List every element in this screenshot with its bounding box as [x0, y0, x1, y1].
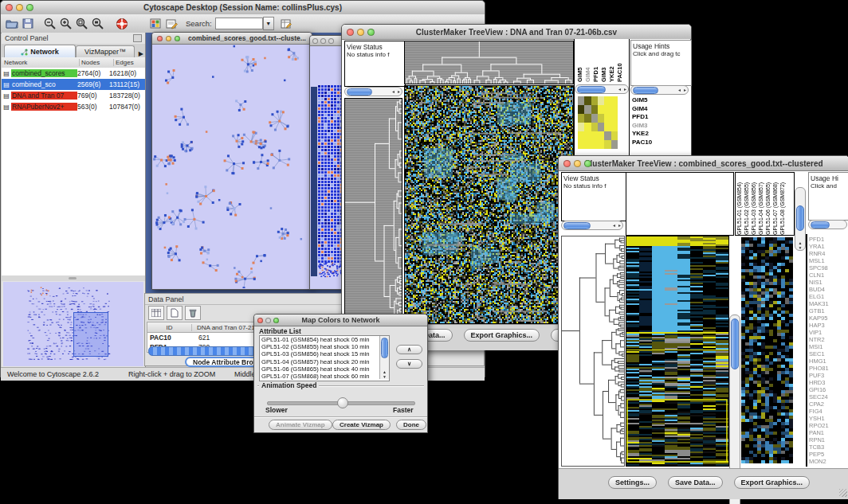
hidden-window-titlebar[interactable] [310, 36, 345, 46]
network-table-row[interactable]: ▤ DNA and Tran 07 769(0) 183728(0) [2, 90, 145, 101]
float-panel-icon[interactable] [133, 34, 142, 42]
gene-label[interactable]: HMG1 [809, 357, 847, 365]
tab-vizmapper[interactable]: VizMapper™ [76, 45, 135, 57]
open-file-icon[interactable] [4, 17, 20, 31]
attribute-item[interactable]: GPL51-01 (GSM854) heat shock 05 min [260, 336, 378, 343]
gene-label[interactable]: HRD3 [809, 379, 847, 386]
treeview1-titlebar[interactable]: ClusterMaker TreeView : DNA and Tran 07-… [342, 25, 691, 40]
gene-label[interactable]: SEC1 [809, 350, 847, 357]
close-icon[interactable] [6, 4, 13, 11]
gene-label[interactable]: GIM3 [632, 122, 686, 131]
column-network[interactable]: Network [2, 59, 80, 66]
tab-overflow-arrow-icon[interactable]: ▶ [139, 50, 143, 57]
animate-vizmap-button[interactable]: Animate Vizmap [269, 420, 332, 430]
tv1-zoom-scrollbar[interactable]: ◄► [575, 84, 629, 94]
attribute-list-scrollbar[interactable]: ▲▼ [379, 336, 389, 379]
tv1-heatmap[interactable] [404, 85, 574, 324]
tv2-hints-scrollbar[interactable] [808, 220, 847, 229]
column-nodes[interactable]: Nodes [80, 59, 114, 66]
gene-label[interactable]: GTB1 [809, 307, 847, 315]
gene-label[interactable]: MSI1 [809, 343, 847, 350]
close-icon[interactable] [157, 36, 163, 41]
gene-label[interactable]: YSH1 [809, 415, 847, 422]
gene-label[interactable]: GIM5 [632, 96, 686, 105]
gene-label[interactable]: PHO81 [809, 365, 847, 372]
gene-label[interactable]: GIM4 [632, 105, 686, 114]
gene-label[interactable]: YKE2 [632, 130, 686, 139]
close-icon[interactable] [257, 318, 263, 323]
zoom-window-icon[interactable] [26, 4, 33, 11]
gene-label[interactable]: FIG4 [809, 408, 847, 415]
gene-label[interactable]: VIP1 [809, 329, 847, 336]
gene-label[interactable]: RPO21 [809, 422, 847, 429]
minimize-icon[interactable] [166, 36, 171, 41]
gene-label[interactable]: SEC24 [809, 393, 847, 400]
vizmap-grid-icon[interactable] [147, 17, 163, 31]
gene-label[interactable]: HAP3 [809, 322, 847, 329]
gene-label[interactable]: PAC10 [632, 139, 686, 147]
gene-label[interactable]: TCB3 [809, 443, 847, 451]
gene-label[interactable]: CPA2 [809, 400, 847, 408]
done-button[interactable]: Done [396, 420, 426, 430]
network-canvas[interactable] [153, 45, 311, 288]
attribute-item[interactable]: GPL51-06 (GSM865) heat shock 40 min [260, 365, 378, 373]
treeview2-titlebar[interactable]: ClusterMaker TreeView : combined_scores_… [559, 156, 848, 171]
gene-label[interactable]: NIS1 [809, 279, 847, 286]
gene-label[interactable]: PAN1 [809, 429, 847, 436]
annotation-page-icon[interactable] [163, 17, 179, 31]
table-edit-icon[interactable] [279, 17, 295, 31]
network-table-row[interactable]: ▤ combined_scores 2764(0) 16218(0) [2, 68, 145, 79]
slider-thumb[interactable] [337, 397, 348, 408]
treeview-button[interactable]: Settings... [608, 476, 657, 489]
select-attributes-icon[interactable] [148, 306, 164, 320]
treeview-button[interactable]: Export Graphics... [734, 476, 811, 489]
gene-label[interactable]: SPC98 [809, 264, 847, 272]
gene-label[interactable]: MAK31 [809, 300, 847, 307]
gene-label[interactable]: RPN1 [809, 436, 847, 443]
gene-label[interactable]: RNR4 [809, 250, 847, 257]
help-ring-icon[interactable] [114, 17, 130, 31]
gene-label[interactable]: PUF3 [809, 372, 847, 379]
tv2-heatmap[interactable] [626, 236, 729, 467]
zoom-in-icon[interactable] [58, 17, 74, 31]
gene-label[interactable]: MON2 [809, 458, 847, 465]
zoom-window-icon[interactable] [367, 29, 375, 36]
close-icon[interactable] [312, 38, 318, 44]
gene-label[interactable]: PFD1 [809, 236, 847, 243]
network-table-row[interactable]: ▤ RNAPuberNov2+ 563(0) 107847(0) [2, 101, 145, 112]
delete-attribute-icon[interactable] [185, 306, 201, 320]
gene-label[interactable]: PEP5 [809, 451, 847, 458]
gene-label[interactable]: NTR2 [809, 336, 847, 343]
minimize-icon[interactable] [16, 4, 23, 11]
tab-network[interactable]: Network [4, 45, 76, 57]
gene-label[interactable]: MSL1 [809, 257, 847, 264]
move-up-button[interactable]: ∧ [396, 345, 422, 354]
minimize-icon[interactable] [574, 160, 581, 167]
gene-label[interactable]: CLN1 [809, 272, 847, 279]
new-attribute-icon[interactable] [167, 306, 183, 320]
zoom-window-icon[interactable] [584, 160, 591, 167]
create-vizmap-button[interactable]: Create Vizmap [332, 420, 391, 430]
tv1-status-scrollbar[interactable]: ◄► [344, 87, 402, 96]
dialog-titlebar[interactable]: Map Colors to Network [254, 315, 427, 326]
close-icon[interactable] [563, 160, 571, 167]
tv1-column-dendrogram[interactable] [404, 41, 574, 84]
search-input[interactable] [215, 18, 263, 29]
zoom-window-icon[interactable] [328, 38, 334, 44]
network-table-row[interactable]: ▤ combined_sco 2569(6) 13112(15) [2, 79, 145, 90]
zoom-fit-icon[interactable] [74, 17, 90, 31]
search-dropdown-arrow-icon[interactable]: ▼ [263, 17, 274, 30]
close-icon[interactable] [347, 29, 354, 36]
zoom-window-icon[interactable] [273, 318, 279, 323]
attribute-item[interactable]: GPL51-02 (GSM855) heat shock 10 min [260, 343, 378, 350]
tv2-column-dendrogram[interactable] [626, 172, 734, 236]
minimize-icon[interactable] [357, 29, 364, 36]
gene-label[interactable]: PFD1 [632, 113, 686, 122]
treeview-button[interactable]: Save Data... [668, 476, 723, 489]
move-down-button[interactable]: ∨ [396, 359, 422, 369]
tv2-collabel-scrollbar[interactable]: ▲▼ [795, 187, 806, 251]
column-edges[interactable]: Edges [114, 59, 134, 66]
gene-label[interactable]: GPI16 [809, 386, 847, 393]
overview-splitter[interactable] [2, 275, 145, 281]
main-titlebar[interactable]: Cytoscape Desktop (Session Name: collins… [1, 1, 485, 15]
